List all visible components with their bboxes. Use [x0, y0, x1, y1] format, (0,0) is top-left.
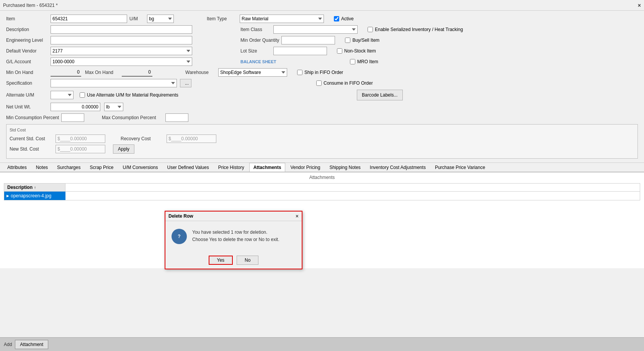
window-title: Purchased Item - 654321 *: [3, 3, 58, 8]
consume-fifo-checkbox-label[interactable]: Consume in FIFO Order: [316, 80, 373, 86]
consume-fifo-checkbox[interactable]: [316, 80, 322, 86]
new-std-cost-input[interactable]: [56, 145, 105, 153]
net-unit-wt-input[interactable]: [51, 103, 100, 111]
enable-serialized-checkbox[interactable]: [368, 27, 373, 32]
new-std-cost-row: New Std. Cost Apply: [10, 144, 634, 154]
mro-label: MRO Item: [357, 59, 378, 64]
modal-no-button[interactable]: No: [237, 256, 258, 265]
consume-fifo-label: Consume in FIFO Order: [324, 80, 373, 86]
default-vendor-row: Default Vendor 2177 Lot Size Non-Stock I…: [6, 47, 638, 55]
mro-checkbox-label[interactable]: MRO Item: [350, 59, 378, 64]
tab-price-history[interactable]: Price History: [214, 163, 248, 172]
default-vendor-select[interactable]: 2177: [51, 47, 192, 55]
buy-sell-checkbox-label[interactable]: Buy/Sell Item: [345, 38, 379, 43]
engineering-level-input[interactable]: [51, 36, 192, 44]
um-select[interactable]: bg: [147, 15, 174, 23]
tab-attributes[interactable]: Attributes: [3, 163, 31, 172]
tab-surcharges[interactable]: Surcharges: [53, 163, 85, 172]
consumption-row: Min Consumption Percent Max Consumption …: [6, 113, 638, 122]
play-icon: ▶: [7, 194, 9, 198]
current-std-cost-label: Current Std. Cost: [10, 136, 52, 141]
max-consumption-input[interactable]: [165, 113, 188, 122]
current-std-cost-input[interactable]: [56, 134, 105, 143]
recovery-cost-input[interactable]: [167, 134, 216, 143]
attachment-row-0[interactable]: ▶ openapscreen-4.jpg: [4, 192, 65, 200]
active-checkbox-label[interactable]: Active: [334, 16, 354, 21]
item-class-select[interactable]: [273, 25, 358, 34]
tab-um-conversions[interactable]: U/M Conversions: [118, 163, 162, 172]
min-on-hand-input[interactable]: [51, 68, 81, 77]
use-alternate-checkbox-label[interactable]: Use Alternate U/M for Material Requireme…: [80, 92, 178, 98]
attachment-grid-header: Description ↑: [4, 183, 640, 191]
engineering-level-row: Engineering Level Min Order Quantity Buy…: [6, 36, 638, 44]
tab-inventory-cost-adjustments[interactable]: Inventory Cost Adjustments: [366, 163, 430, 172]
modal-title-bar: Delete Row ×: [165, 212, 302, 221]
item-label: Item: [6, 16, 48, 21]
new-std-cost-label: New Std. Cost: [10, 146, 52, 152]
net-unit-wt-um-select[interactable]: lb: [104, 103, 123, 111]
max-on-hand-input[interactable]: [122, 68, 152, 77]
description-row: Description Item Class Enable Serialized…: [6, 25, 638, 34]
modal-body: ? You have selected 1 row for deletion. …: [165, 221, 302, 252]
ship-fifo-checkbox-label[interactable]: Ship in FIFO Order: [297, 70, 343, 75]
min-on-hand-row: Min On Hand Max On Hand Warehouse ShopEd…: [6, 68, 638, 77]
attachment-add-button[interactable]: Attachment: [15, 340, 48, 349]
alternate-um-select[interactable]: [51, 91, 74, 99]
tab-content-attachments: Attachments Description ↑ ▶ openapscreen…: [0, 172, 644, 268]
use-alternate-checkbox[interactable]: [80, 92, 85, 98]
title-bar: Purchased Item - 654321 * ×: [0, 0, 644, 11]
modal-message: You have selected 1 row for deletion. Ch…: [192, 229, 279, 243]
delete-row-modal: Delete Row × ? You have selected 1 row f…: [165, 211, 302, 269]
item-class-label: Item Class: [240, 27, 271, 32]
tab-scrap-price[interactable]: Scrap Price: [85, 163, 118, 172]
mro-checkbox[interactable]: [350, 59, 355, 64]
tab-vendor-pricing[interactable]: Vendor Pricing: [286, 163, 324, 172]
barcode-labels-button[interactable]: Barcode Labels...: [357, 90, 403, 100]
enable-serialized-label: Enable Serialized Inventory / Heat Track…: [375, 27, 463, 32]
enable-serialized-checkbox-label[interactable]: Enable Serialized Inventory / Heat Track…: [368, 27, 463, 32]
buy-sell-checkbox[interactable]: [345, 38, 350, 43]
active-label: Active: [341, 16, 354, 21]
modal-yes-button[interactable]: Yes: [209, 256, 233, 265]
add-label: Add: [4, 342, 12, 347]
modal-question-icon: ?: [172, 229, 187, 244]
non-stock-checkbox[interactable]: [337, 48, 342, 54]
item-input[interactable]: [51, 15, 127, 23]
tabs-bar: Attributes Notes Surcharges Scrap Price …: [0, 163, 644, 172]
net-unit-wt-row: Net Unit Wt. lb: [6, 103, 638, 111]
tab-attachments[interactable]: Attachments: [249, 163, 286, 172]
max-on-hand-label: Max On Hand: [85, 70, 119, 75]
description-label: Description: [6, 27, 48, 32]
item-type-select[interactable]: Raw Material: [240, 15, 324, 23]
tab-user-defined-values[interactable]: User Defined Values: [163, 163, 213, 172]
modal-message-line1: You have selected 1 row for deletion.: [192, 229, 279, 236]
std-cost-section: Std Cost Current Std. Cost Recovery Cost…: [6, 124, 638, 159]
apply-button[interactable]: Apply: [113, 144, 134, 154]
alternate-um-label: Alternate U/M: [6, 92, 48, 98]
active-checkbox[interactable]: [334, 16, 339, 21]
ship-fifo-checkbox[interactable]: [297, 70, 302, 75]
window-close-button[interactable]: ×: [638, 2, 641, 8]
min-consumption-input[interactable]: [61, 113, 84, 122]
modal-close-button[interactable]: ×: [296, 213, 299, 219]
tab-shipping-notes[interactable]: Shipping Notes: [325, 163, 364, 172]
form-area: Item U/M bg Item Type Raw Material Activ…: [0, 11, 644, 163]
tab-purchase-price-variance[interactable]: Purchase Price Variance: [431, 163, 489, 172]
specification-label: Specification: [6, 80, 48, 86]
gl-account-select[interactable]: 1000-0000: [51, 57, 192, 66]
default-vendor-label: Default Vendor: [6, 48, 48, 54]
specification-browse-button[interactable]: ...: [180, 79, 191, 87]
std-cost-title: Std Cost: [10, 128, 634, 132]
min-order-qty-input[interactable]: [281, 36, 335, 44]
engineering-level-label: Engineering Level: [6, 38, 48, 43]
lot-size-input[interactable]: [273, 47, 327, 55]
warehouse-select[interactable]: ShopEdge Software: [218, 68, 287, 77]
non-stock-checkbox-label[interactable]: Non-Stock Item: [337, 48, 376, 54]
attachment-grid-body: ▶ openapscreen-4.jpg: [4, 191, 640, 200]
specification-select[interactable]: [51, 79, 177, 87]
tab-notes[interactable]: Notes: [32, 163, 52, 172]
ship-fifo-label: Ship in FIFO Order: [304, 70, 343, 75]
description-input[interactable]: [51, 25, 192, 34]
alternate-um-row: Alternate U/M Use Alternate U/M for Mate…: [6, 90, 638, 100]
lot-size-label: Lot Size: [240, 48, 271, 54]
